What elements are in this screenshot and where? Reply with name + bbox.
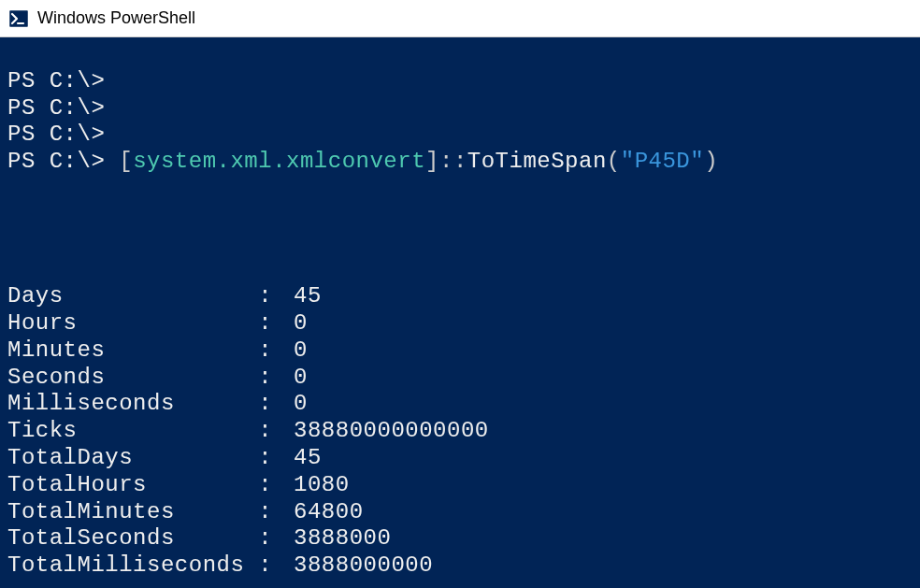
output-row: Seconds : 0 xyxy=(7,365,913,392)
output-value: 3888000 xyxy=(280,525,391,552)
output-separator: : xyxy=(258,418,272,445)
output-value: 3888000000 xyxy=(280,552,433,580)
output-value: 64800 xyxy=(280,499,363,526)
output-row: Minutes : 0 xyxy=(7,337,913,365)
output-row: Days : 45 xyxy=(7,283,913,310)
command-bracket-close: ] xyxy=(425,149,439,174)
output-separator: : xyxy=(258,310,272,337)
output-table: Days : 45Hours : 0Minutes : 0Seconds : 0… xyxy=(7,283,913,580)
output-separator: : xyxy=(258,337,272,365)
command-class: system.xml.xmlconvert xyxy=(133,149,425,174)
prompt-line: PS C:\> xyxy=(7,95,105,121)
output-value: 38880000000000 xyxy=(280,418,489,445)
output-row: TotalMilliseconds : 3888000000 xyxy=(7,552,913,580)
prompt-line: PS C:\> xyxy=(7,149,119,174)
output-row: TotalMinutes : 64800 xyxy=(7,499,913,526)
output-separator: : xyxy=(258,499,272,526)
terminal-output-area[interactable]: PS C:\> PS C:\> PS C:\> PS C:\> [system.… xyxy=(0,37,920,588)
output-key: Minutes xyxy=(7,337,258,365)
output-value: 45 xyxy=(280,445,322,472)
output-separator: : xyxy=(258,445,272,472)
output-separator: : xyxy=(258,472,272,499)
output-value: 0 xyxy=(280,365,308,392)
command-paren-close: ) xyxy=(704,149,718,174)
command-scope-operator: :: xyxy=(439,149,467,174)
command-paren-open: ( xyxy=(607,149,621,174)
svg-rect-0 xyxy=(9,10,28,27)
output-separator: : xyxy=(258,283,272,310)
output-value: 45 xyxy=(280,283,322,310)
output-key: TotalMilliseconds xyxy=(7,552,258,580)
prompt-line: PS C:\> xyxy=(7,122,105,147)
output-row: Milliseconds : 0 xyxy=(7,391,913,418)
blank-line xyxy=(7,230,913,257)
output-key: Days xyxy=(7,283,258,310)
prompt-line: PS C:\> xyxy=(7,68,105,93)
command-bracket-open: [ xyxy=(119,149,133,174)
output-separator: : xyxy=(258,552,272,580)
output-key: Hours xyxy=(7,310,258,337)
powershell-icon xyxy=(7,7,30,30)
output-separator: : xyxy=(258,525,272,552)
window-title-bar[interactable]: Windows PowerShell xyxy=(0,0,920,37)
output-row: TotalDays : 45 xyxy=(7,445,913,472)
output-row: Ticks : 38880000000000 xyxy=(7,418,913,445)
output-key: TotalHours xyxy=(7,472,258,499)
output-key: TotalMinutes xyxy=(7,499,258,526)
output-value: 0 xyxy=(280,310,308,337)
output-key: TotalDays xyxy=(7,445,258,472)
blank-line xyxy=(7,176,913,203)
output-key: Ticks xyxy=(7,418,258,445)
output-key: Milliseconds xyxy=(7,391,258,418)
command-string-arg: "P45D" xyxy=(621,149,704,174)
command-method: ToTimeSpan xyxy=(467,149,607,174)
output-key: Seconds xyxy=(7,365,258,392)
output-value: 0 xyxy=(280,337,308,365)
output-row: TotalHours : 1080 xyxy=(7,472,913,499)
output-key: TotalSeconds xyxy=(7,525,258,552)
output-row: TotalSeconds : 3888000 xyxy=(7,525,913,552)
output-value: 0 xyxy=(280,391,308,418)
output-separator: : xyxy=(258,365,272,392)
window-title: Windows PowerShell xyxy=(37,8,195,28)
output-value: 1080 xyxy=(280,472,350,499)
output-separator: : xyxy=(258,391,272,418)
output-row: Hours : 0 xyxy=(7,310,913,337)
